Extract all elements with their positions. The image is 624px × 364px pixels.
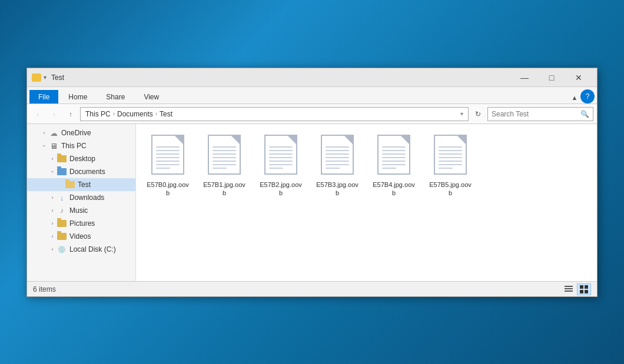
search-input[interactable]: [492, 110, 580, 118]
forward-button[interactable]: ›: [47, 107, 61, 121]
sidebar-item-downloads[interactable]: › ↓ Downloads: [27, 191, 135, 204]
pictures-icon: [57, 219, 67, 228]
file-label: E57B4.jpg.oovb: [373, 181, 415, 198]
window-controls: — □ ✕: [511, 68, 592, 87]
help-button[interactable]: ?: [580, 89, 595, 103]
sidebar-item-test[interactable]: › Test: [27, 178, 135, 191]
documents-icon: [57, 167, 67, 176]
status-bar: 6 items: [27, 281, 597, 296]
svg-rect-5: [580, 290, 583, 293]
tab-share[interactable]: Share: [97, 90, 134, 103]
videos-icon: [57, 232, 67, 241]
svg-rect-0: [565, 286, 573, 287]
explorer-window: ▾ Test — □ ✕ File Home Share View ▲ ? ‹ …: [26, 68, 598, 297]
file-label: E57B0.jpg.oovb: [147, 181, 189, 198]
localdisk-arrow: ›: [48, 246, 57, 252]
documents-arrow: ›: [49, 168, 55, 176]
svg-rect-1: [565, 288, 573, 289]
up-button[interactable]: ↑: [64, 107, 78, 121]
list-item[interactable]: E57B0.jpg.oovb: [142, 130, 194, 202]
address-bar: ‹ › ↑ This PC › Documents › Test ▾ ↻ 🔍: [27, 104, 597, 124]
thispc-label: This PC: [61, 142, 87, 150]
details-view-icon: [565, 285, 573, 293]
file-label: E57B2.jpg.oovb: [260, 181, 302, 198]
file-icon: [149, 135, 187, 178]
svg-rect-3: [580, 285, 583, 289]
downloads-label: Downloads: [69, 193, 104, 202]
music-icon: ♪: [57, 206, 67, 215]
file-label: E57B5.jpg.oovb: [429, 181, 472, 198]
file-label: E57B1.jpg.oovb: [203, 181, 245, 198]
downloads-arrow: ›: [48, 195, 57, 201]
list-item[interactable]: E57B1.jpg.oovb: [198, 130, 250, 202]
back-button[interactable]: ‹: [31, 107, 45, 121]
ribbon-expand-icon[interactable]: ▲: [569, 92, 580, 103]
sidebar-item-documents[interactable]: › Documents: [27, 165, 135, 178]
main-area: › ☁ OneDrive › 🖥 This PC › Deskt: [27, 124, 597, 281]
sidebar-item-thispc[interactable]: › 🖥 This PC: [27, 139, 135, 152]
path-test: Test: [160, 110, 172, 118]
sidebar-item-music[interactable]: › ♪ Music: [27, 204, 135, 217]
sidebar-item-localdisk[interactable]: › 💿 Local Disk (C:): [27, 243, 135, 256]
documents-label: Documents: [69, 168, 105, 176]
ribbon: File Home Share View ▲ ?: [27, 87, 597, 104]
view-large-button[interactable]: [577, 283, 591, 295]
title-icons: ▾: [32, 74, 47, 82]
path-arrow-2: ›: [155, 111, 157, 117]
close-button[interactable]: ✕: [565, 68, 592, 87]
tab-file[interactable]: File: [29, 90, 58, 103]
list-item[interactable]: E57B4.jpg.oovb: [368, 130, 420, 202]
view-details-button[interactable]: [562, 283, 576, 295]
list-item[interactable]: E57B2.jpg.oovb: [255, 130, 307, 202]
maximize-button[interactable]: □: [538, 68, 565, 87]
music-label: Music: [69, 206, 88, 215]
path-documents: Documents: [117, 110, 153, 118]
file-label: E57B3.jpg.oovb: [316, 181, 359, 198]
downloads-icon: ↓: [57, 193, 67, 202]
minimize-button[interactable]: —: [511, 68, 538, 87]
large-view-icon: [580, 285, 588, 293]
videos-label: Videos: [69, 232, 91, 241]
sidebar-item-onedrive[interactable]: › ☁ OneDrive: [27, 126, 135, 139]
videos-arrow: ›: [48, 233, 57, 239]
pictures-label: Pictures: [69, 219, 95, 228]
file-icon: [318, 135, 356, 178]
pictures-arrow: ›: [48, 221, 57, 226]
desktop-icon: [57, 154, 67, 163]
file-area: E57B0.jpg.oovbE57B1.jpg.oovbE57B2.jpg.oo…: [136, 124, 597, 281]
list-item[interactable]: E57B3.jpg.oovb: [311, 130, 363, 202]
tab-view[interactable]: View: [135, 90, 168, 103]
localdisk-icon: 💿: [57, 245, 67, 254]
ribbon-tabs: File Home Share View ▲ ?: [27, 87, 597, 103]
search-icon[interactable]: 🔍: [580, 110, 589, 118]
svg-rect-6: [585, 290, 588, 293]
sidebar-item-videos[interactable]: › Videos: [27, 230, 135, 243]
test-icon: [65, 180, 75, 189]
sidebar-item-pictures[interactable]: › Pictures: [27, 217, 135, 230]
quick-access-icon: ▾: [44, 74, 47, 81]
title-bar: ▾ Test — □ ✕: [27, 68, 597, 87]
folder-icon-title: [32, 74, 41, 82]
file-icon: [205, 135, 243, 178]
file-icon: [375, 135, 413, 178]
localdisk-label: Local Disk (C:): [69, 245, 116, 253]
search-box[interactable]: 🔍: [487, 107, 593, 121]
path-thispc: This PC: [85, 110, 111, 118]
path-arrow-1: ›: [113, 111, 115, 117]
tab-home[interactable]: Home: [59, 90, 96, 103]
sidebar-item-desktop[interactable]: › Desktop: [27, 152, 135, 165]
thispc-arrow: ›: [41, 142, 47, 150]
refresh-button[interactable]: ↻: [471, 107, 485, 121]
music-arrow: ›: [48, 208, 57, 213]
svg-rect-4: [585, 285, 588, 289]
file-icon: [432, 135, 469, 178]
address-path[interactable]: This PC › Documents › Test ▾: [80, 107, 469, 121]
address-dropdown-icon[interactable]: ▾: [460, 111, 463, 117]
items-count: 6 items: [33, 285, 56, 293]
list-item[interactable]: E57B5.jpg.oovb: [424, 130, 476, 202]
onedrive-icon: ☁: [48, 128, 59, 138]
onedrive-arrow: ›: [40, 130, 48, 136]
test-label: Test: [78, 181, 91, 189]
thispc-icon: 🖥: [48, 141, 59, 151]
onedrive-label: OneDrive: [61, 129, 91, 137]
